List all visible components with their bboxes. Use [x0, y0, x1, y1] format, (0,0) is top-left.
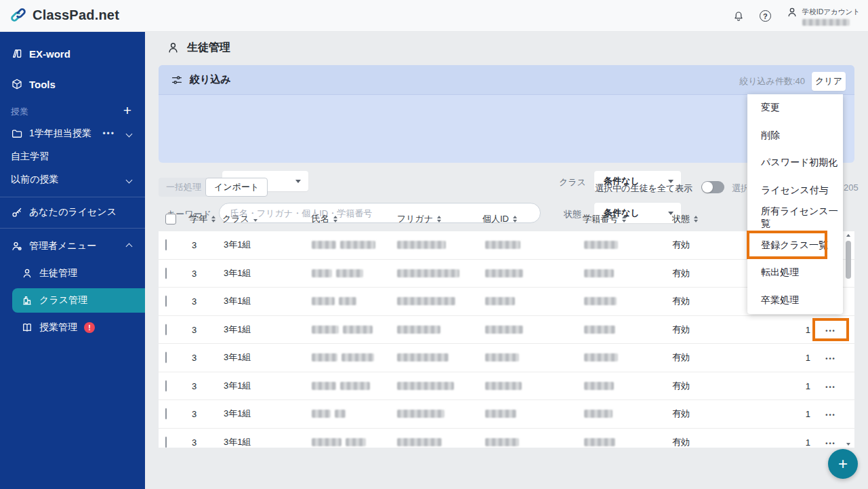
menu-item-owned-licenses[interactable]: 所有ライセンス一覧	[747, 204, 843, 232]
filter-title: 絞り込み	[190, 73, 231, 86]
menu-item-registered-classes[interactable]: 登録クラス一覧	[747, 232, 843, 260]
cell-grade: 3	[192, 437, 197, 447]
add-student-fab[interactable]: +	[828, 449, 858, 479]
table-row: 3 3年1組 有効 1 •••	[159, 316, 854, 345]
ex-word-icon	[11, 47, 23, 60]
redacted-student-number	[584, 353, 618, 361]
redacted-name	[312, 353, 374, 361]
user-icon	[786, 6, 798, 18]
sidebar-item-self-study[interactable]: 自主学習	[0, 145, 145, 168]
column-header-name[interactable]: 氏名	[312, 213, 337, 225]
cell-grade: 3	[192, 353, 197, 363]
redacted-personal-id	[485, 410, 516, 418]
cell-class: 3年1組	[224, 239, 251, 251]
sidebar-item-label: EX-word	[29, 48, 70, 60]
add-lesson-button[interactable]: +	[123, 103, 131, 117]
redacted-furigana	[397, 269, 459, 277]
redacted-student-number	[584, 297, 617, 305]
sidebar-item-lesson-folder[interactable]: 1学年担当授業 •••	[0, 122, 145, 145]
redacted-student-number	[584, 410, 613, 418]
sidebar-item-your-licenses[interactable]: あなたのライセンス	[0, 201, 145, 224]
row-more-button[interactable]: •••	[817, 409, 844, 419]
table-row: 3 3年1組 有効 1 •••	[159, 429, 854, 448]
redacted-furigana	[397, 410, 445, 418]
redacted-furigana	[397, 382, 454, 390]
selection-total-fragment: 205	[844, 182, 859, 193]
row-checkbox[interactable]	[165, 324, 167, 334]
alert-badge: !	[84, 322, 95, 333]
row-checkbox[interactable]	[165, 380, 167, 391]
page-title: 生徒管理	[187, 41, 230, 55]
sidebar: EX-word Tools 授業 + 1学年担当授業 •••	[0, 32, 145, 489]
toggle-knob	[702, 182, 713, 193]
redacted-name	[312, 410, 346, 418]
table-row: 3 3年1組 有効 1 •••	[159, 372, 854, 401]
chevron-down-icon	[126, 176, 133, 183]
chevron-down-icon[interactable]	[126, 130, 133, 137]
show-selected-toggle[interactable]	[701, 181, 724, 193]
scroll-up-icon[interactable]	[846, 234, 850, 237]
row-more-button[interactable]: •••	[817, 380, 844, 391]
redacted-furigana	[397, 353, 449, 361]
account-texts: 学校IDアカウント	[802, 6, 860, 26]
sidebar-item-tools[interactable]: Tools	[0, 73, 145, 96]
admin-person-gear-icon	[11, 240, 23, 252]
menu-item-change[interactable]: 変更	[747, 94, 843, 122]
select-all-checkbox[interactable]	[165, 214, 176, 224]
menu-item-password-reset[interactable]: パスワード初期化	[747, 149, 843, 177]
clear-button[interactable]: クリア	[812, 72, 846, 91]
account-name-redacted	[802, 19, 850, 26]
column-header-furigana[interactable]: フリガナ	[397, 213, 441, 225]
menu-item-transfer-out[interactable]: 転出処理	[747, 259, 843, 287]
row-more-button[interactable]: •••	[817, 353, 844, 363]
sidebar-item-lesson-management[interactable]: 授業管理 !	[0, 316, 145, 339]
cell-license-count: 1	[768, 353, 810, 363]
brand-logo[interactable]: ClassPad.net	[9, 6, 119, 24]
folder-more-icon[interactable]: •••	[102, 129, 115, 138]
row-checkbox[interactable]	[165, 409, 167, 419]
notification-bell-icon[interactable]	[732, 10, 745, 22]
import-button[interactable]: インポート	[205, 178, 268, 197]
filter-result-count: 絞り込み件数:40	[739, 75, 805, 87]
help-icon[interactable]: ?	[760, 10, 771, 22]
column-header-status[interactable]: 状態	[672, 213, 698, 225]
row-checkbox[interactable]	[165, 437, 167, 447]
sidebar-item-student-management[interactable]: 生徒管理	[0, 262, 145, 285]
sort-icon	[333, 216, 337, 222]
row-checkbox[interactable]	[165, 268, 167, 278]
menu-item-graduation[interactable]: 卒業処理	[747, 287, 843, 315]
sidebar-item-admin-menu[interactable]: 管理者メニュー	[0, 235, 145, 258]
column-header-grade[interactable]: 学年	[190, 213, 215, 225]
redacted-furigana	[397, 297, 455, 305]
cell-grade: 3	[192, 324, 197, 334]
building-icon	[21, 294, 33, 307]
column-header-student-number[interactable]: 学籍番号	[583, 213, 626, 225]
redacted-furigana	[397, 438, 442, 446]
sidebar-item-label: 自主学習	[11, 151, 49, 163]
table-row: 3 3年1組 有効 1 •••	[159, 344, 854, 372]
chevron-up-icon	[126, 243, 133, 250]
redacted-name	[312, 438, 366, 446]
sidebar-item-class-management[interactable]: クラス管理	[12, 288, 145, 313]
sidebar-item-ex-word[interactable]: EX-word	[0, 42, 145, 65]
table-scrollbar[interactable]	[845, 234, 852, 446]
menu-item-delete[interactable]: 削除	[747, 122, 843, 150]
column-header-personal-id[interactable]: 個人ID	[482, 213, 517, 225]
scrollbar-thumb[interactable]	[846, 241, 851, 279]
help-mark: ?	[763, 12, 768, 20]
sidebar-item-previous-lessons[interactable]: 以前の授業	[0, 168, 145, 191]
redacted-student-number	[584, 438, 615, 446]
row-checkbox[interactable]	[165, 353, 167, 363]
cell-grade: 3	[192, 240, 197, 250]
menu-item-grant-license[interactable]: ライセンス付与	[747, 177, 843, 205]
scroll-down-icon[interactable]	[846, 443, 850, 446]
sidebar-item-label: 1学年担当授業	[29, 128, 91, 140]
row-more-button[interactable]: •••	[817, 437, 844, 447]
column-header-class[interactable]: クラス	[222, 213, 257, 225]
row-checkbox[interactable]	[165, 296, 167, 307]
account-menu[interactable]: 学校IDアカウント	[786, 6, 860, 26]
row-more-button[interactable]: •••	[817, 324, 844, 334]
redacted-student-number	[584, 269, 614, 277]
redacted-name	[312, 241, 375, 249]
row-checkbox[interactable]	[165, 240, 167, 250]
